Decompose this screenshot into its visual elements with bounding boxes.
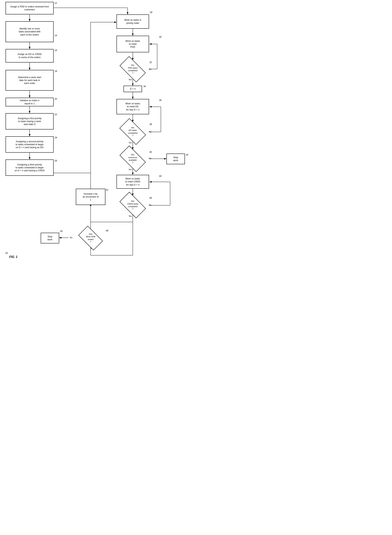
diamond-crdd-completed: AreCRDD taskscompleted? xyxy=(117,196,149,215)
box-work-meet-crdd: Work on tasksto meet CRDDfor day D + n xyxy=(117,175,149,189)
no-label-40: No xyxy=(149,157,151,160)
label-28: 28 xyxy=(150,11,152,14)
label-20: 20 xyxy=(55,98,57,100)
label-24: 24 xyxy=(55,136,57,139)
box-identify-tasks: Identify one or moretasks associated wit… xyxy=(5,21,54,42)
label-12: 12 xyxy=(55,2,57,5)
box-third-priority: Assigning a third priorityto tasks sched… xyxy=(5,160,54,176)
label-30: 30 xyxy=(159,36,161,38)
label-46: 46 xyxy=(149,197,152,199)
box-first-priority: Assigning a first priorityto tasks havin… xyxy=(5,113,54,130)
label-16: 16 xyxy=(55,49,57,52)
no-label-32: No xyxy=(149,68,151,70)
box-work-meet-ed: Work on tasksto meet EDfor day D + n xyxy=(117,99,149,114)
diamond-work-shift-ended: HasWork Shiftended? xyxy=(76,229,105,247)
box-stop-work-42: Stopwork xyxy=(166,154,185,164)
yes-label-40: Yes xyxy=(129,168,132,171)
diagram-number: 10 xyxy=(5,252,8,254)
yes-label-46: Yes xyxy=(129,215,132,217)
box-assign-pdd: Assign a PDD to orders received from cus… xyxy=(5,2,54,14)
label-44: 44 xyxy=(159,175,161,177)
yes-label-38: Yes xyxy=(129,141,132,144)
label-38: 38 xyxy=(149,123,152,126)
label-40: 40 xyxy=(149,151,152,153)
diamond-pdd-completed: ArePDD taskscompleted? xyxy=(117,60,149,78)
label-52: 52 xyxy=(106,189,108,191)
label-26: 26 xyxy=(55,160,57,162)
box-initialize-index: Initialize an index nequal to 1 xyxy=(5,98,54,106)
box-increase-n: Increase n byan increment of1 xyxy=(76,189,105,205)
label-50: 50 xyxy=(60,230,62,233)
box-second-priority: Assigning a second priorityto tasks sche… xyxy=(5,136,54,153)
box-d-plus-n: D + n xyxy=(124,86,142,92)
no-label-46: No xyxy=(149,204,151,206)
no-label-38: No xyxy=(149,131,151,133)
label-32: 32 xyxy=(149,61,152,64)
box-work-meet-pdd: Work on tasksto meetPDD xyxy=(117,36,149,52)
box-assign-ed-crdd: Assign an ED or CRDDto some of the order… xyxy=(5,49,54,62)
label-14: 14 xyxy=(55,34,57,37)
box-stop-work-50: Stopwork xyxy=(41,233,59,244)
label-48: 48 xyxy=(106,229,108,232)
no-label-48: No xyxy=(70,236,72,239)
box-work-priority-order: Work on tasks inpriority order xyxy=(117,14,149,29)
diamond-resources-available: Areresourcesavailable? xyxy=(117,150,149,168)
label-42: 42 xyxy=(186,154,188,156)
flowchart-diagram: Assign a PDD to orders received from cus… xyxy=(0,0,196,268)
box-work-start-date: Determine a work startdate for each task… xyxy=(5,70,54,91)
label-36: 36 xyxy=(159,99,161,102)
label-22: 22 xyxy=(55,113,57,116)
label-34: 34 xyxy=(143,85,146,88)
yes-label-32: Yes xyxy=(129,78,132,81)
fig-label: FIG. 1 xyxy=(9,255,17,259)
label-18: 18 xyxy=(55,70,57,73)
diamond-ed-completed: AreED taskscompleted? xyxy=(117,122,149,141)
